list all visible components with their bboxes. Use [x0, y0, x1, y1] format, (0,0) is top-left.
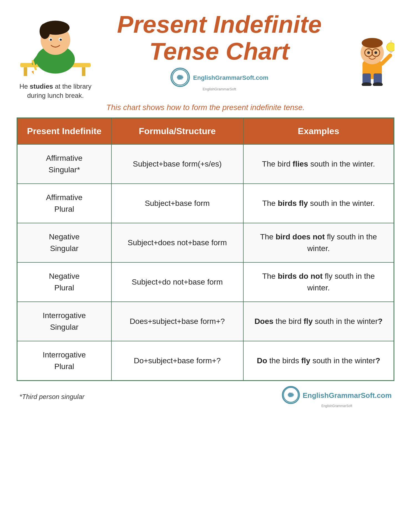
- table-row: NegativeSingular Subject+does not+base f…: [17, 223, 394, 262]
- footnote-text: *Third person singular: [19, 393, 85, 401]
- table-row: AffirmativeSingular* Subject+base form(+…: [17, 144, 394, 184]
- row3-formula: Subject+does not+base form: [111, 223, 243, 262]
- row5-example: Does the bird fly south in the winter?: [243, 302, 394, 341]
- svg-rect-1: [24, 67, 27, 76]
- table-header-row: Present Indefinite Formula/Structure Exa…: [17, 118, 394, 144]
- logo-text: EnglishGrammarSoft.com: [193, 74, 268, 81]
- row2-formula: Subject+base form: [111, 184, 243, 223]
- header: He studies at the library during lunch b…: [17, 8, 394, 100]
- logo-subtext: EnglishGrammarSoft: [203, 87, 236, 91]
- row1-example: The bird flies south in the winter.: [243, 144, 394, 184]
- svg-rect-2: [82, 67, 85, 76]
- footnote-area: *Third person singular EnglishGrammarSof…: [17, 386, 394, 408]
- row1-formula: Subject+base form(+s/es): [111, 144, 243, 184]
- boy-illustration: [17, 8, 94, 79]
- header-examples: Examples: [243, 118, 394, 144]
- row3-present: NegativeSingular: [17, 223, 111, 262]
- row2-present: AffirmativePlural: [17, 184, 111, 223]
- header-right: [344, 8, 394, 86]
- footer-logo-icon: [282, 386, 300, 404]
- subtitle: This chart shows how to form the present…: [17, 103, 394, 112]
- row3-example: The bird does not fly south in the winte…: [243, 223, 394, 262]
- logo-area: EnglishGrammarSoft.com EnglishGrammarSof…: [94, 68, 344, 91]
- svg-point-28: [387, 43, 394, 52]
- footer-logo-subtext: EnglishGrammarSoft: [321, 404, 352, 408]
- row1-present: AffirmativeSingular*: [17, 144, 111, 184]
- svg-point-26: [374, 51, 377, 54]
- footer-logo-text: EnglishGrammarSoft.com: [303, 391, 392, 400]
- logo-icon: [170, 68, 190, 87]
- row4-formula: Subject+do not+base form: [111, 262, 243, 302]
- svg-point-9: [50, 39, 52, 41]
- row6-example: Do the birds fly south in the winter?: [243, 341, 394, 381]
- header-center: Present Indefinite Tense Chart EnglishGr…: [94, 8, 344, 91]
- row5-present: InterrogativeSingular: [17, 302, 111, 341]
- footer-logo: EnglishGrammarSoft.com EnglishGrammarSof…: [282, 386, 392, 408]
- kid-illustration: [350, 30, 394, 86]
- header-present: Present Indefinite: [17, 118, 111, 144]
- row2-example: The birds fly south in the winter.: [243, 184, 394, 223]
- table-row: NegativePlural Subject+do not+base form …: [17, 262, 394, 302]
- row6-formula: Do+subject+base form+?: [111, 341, 243, 381]
- chart-table: Present Indefinite Formula/Structure Exa…: [17, 117, 394, 381]
- table-row: InterrogativeSingular Does+subject+base …: [17, 302, 394, 341]
- table-row: InterrogativePlural Do+subject+base form…: [17, 341, 394, 381]
- row5-formula: Does+subject+base form+?: [111, 302, 243, 341]
- svg-point-10: [60, 39, 62, 41]
- svg-point-21: [362, 38, 383, 48]
- header-formula: Formula/Structure: [111, 118, 243, 144]
- header-left: He studies at the library during lunch b…: [17, 8, 94, 100]
- svg-line-27: [382, 55, 390, 64]
- row6-present: InterrogativePlural: [17, 341, 111, 381]
- table-row: AffirmativePlural Subject+base form The …: [17, 184, 394, 223]
- row4-example: The birds do not fly south in the winter…: [243, 262, 394, 302]
- svg-point-6: [40, 24, 50, 39]
- svg-point-25: [367, 51, 370, 54]
- main-title: Present Indefinite Tense Chart: [94, 11, 344, 65]
- svg-rect-29: [390, 51, 392, 53]
- caption-text: He studies at the library during lunch b…: [17, 82, 94, 100]
- row4-present: NegativePlural: [17, 262, 111, 302]
- svg-marker-13: [32, 71, 35, 75]
